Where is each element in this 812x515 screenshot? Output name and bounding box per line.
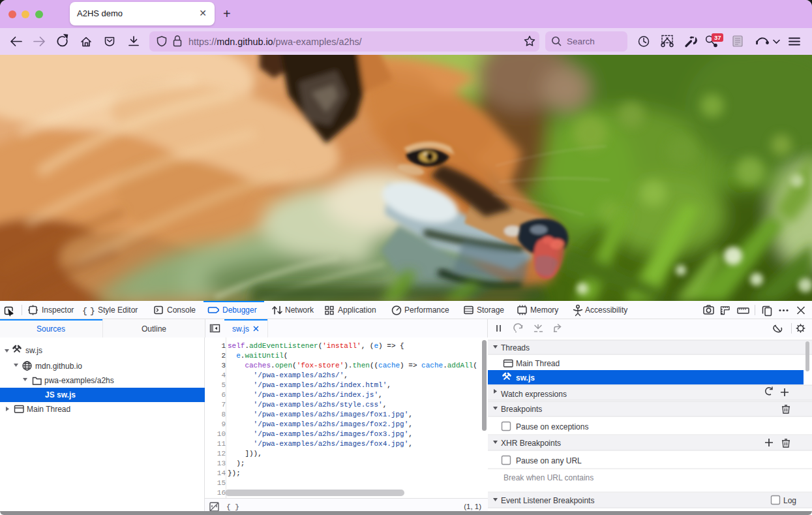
svg-text:Outline: Outline	[142, 324, 166, 334]
svg-text:Accessibility: Accessibility	[585, 305, 627, 315]
svg-text:{: {	[82, 306, 87, 316]
svg-text:Main Thread: Main Thread	[27, 405, 70, 414]
svg-text:Watch expressions: Watch expressions	[501, 390, 567, 399]
svg-text:Threads: Threads	[501, 343, 530, 352]
svg-text:Break when URL contains: Break when URL contains	[504, 473, 594, 482]
svg-text:Storage: Storage	[477, 305, 504, 315]
svg-text:Log: Log	[783, 496, 796, 505]
svg-text:37: 37	[714, 34, 721, 41]
svg-text:pwa-examples/a2hs: pwa-examples/a2hs	[44, 376, 114, 385]
svg-text:Breakpoints: Breakpoints	[501, 405, 542, 414]
svg-text:Style Editor: Style Editor	[98, 305, 138, 315]
svg-text:Inspector: Inspector	[42, 305, 74, 315]
svg-text:mdn.github.io: mdn.github.io	[35, 362, 82, 371]
svg-text:Console: Console	[167, 305, 196, 315]
svg-text:sw.js: sw.js	[57, 390, 76, 399]
svg-text:Search: Search	[567, 37, 595, 46]
svg-text:https://mdn.github.io/pwa-exam: https://mdn.github.io/pwa-examples/a2hs/	[188, 37, 362, 47]
svg-text:Event Listener Breakpoints: Event Listener Breakpoints	[501, 496, 594, 505]
svg-text:sw.js: sw.js	[516, 373, 535, 382]
svg-text:JS: JS	[45, 390, 55, 399]
svg-text:Memory: Memory	[530, 305, 558, 315]
svg-text:Main Thread: Main Thread	[516, 359, 560, 368]
svg-text:Pause on any URL: Pause on any URL	[516, 456, 582, 465]
svg-text:Debugger: Debugger	[222, 305, 257, 315]
svg-text:sw.js: sw.js	[25, 346, 42, 355]
svg-text:XHR Breakpoints: XHR Breakpoints	[501, 439, 561, 448]
svg-text:sw.js: sw.js	[232, 324, 249, 334]
svg-text:Performance: Performance	[404, 305, 449, 315]
svg-text:Network: Network	[285, 305, 314, 315]
svg-text:Application: Application	[338, 305, 376, 315]
svg-text:Pause on exceptions: Pause on exceptions	[516, 422, 588, 431]
svg-text:Sources: Sources	[37, 324, 65, 334]
svg-text:}: }	[90, 306, 95, 316]
